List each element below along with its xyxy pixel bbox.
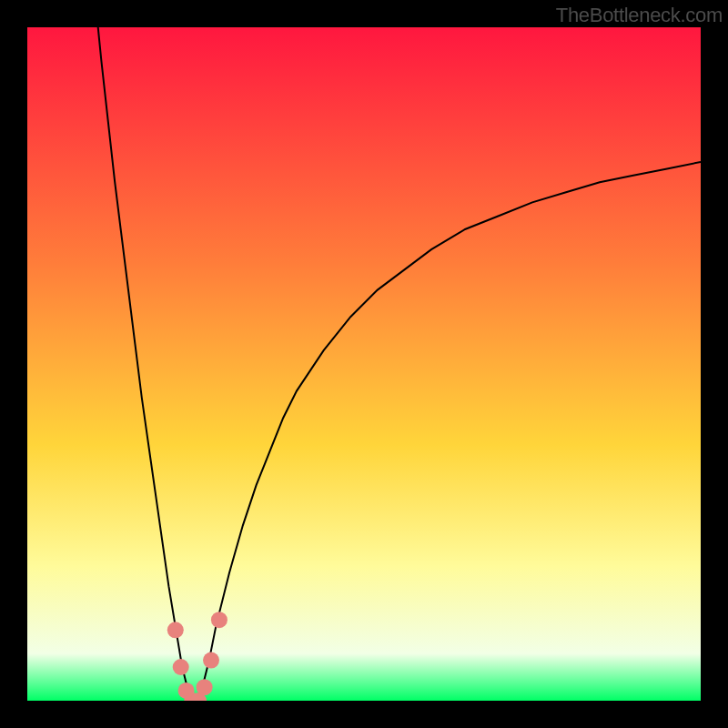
watermark-text: TheBottleneck.com bbox=[556, 4, 723, 27]
optimal-marker bbox=[167, 622, 184, 638]
chart-svg bbox=[27, 27, 701, 701]
chart-frame: TheBottleneck.com bbox=[0, 0, 728, 728]
optimal-marker bbox=[211, 612, 228, 628]
optimal-marker bbox=[197, 679, 213, 695]
plot-area bbox=[27, 27, 701, 701]
gradient-bg bbox=[27, 27, 701, 701]
optimal-marker bbox=[203, 652, 219, 669]
optimal-marker bbox=[173, 659, 189, 675]
